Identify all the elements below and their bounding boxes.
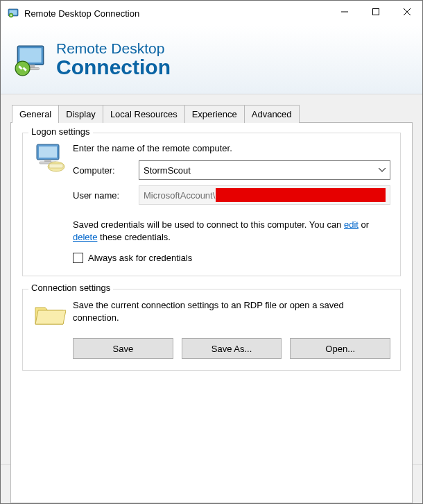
edit-credentials-link[interactable]: edit: [344, 219, 359, 230]
save-as-button[interactable]: Save As...: [182, 338, 282, 359]
username-field[interactable]: MicrosoftAccount\: [139, 185, 390, 205]
logon-group-title: Logon settings: [28, 126, 93, 137]
minimize-button[interactable]: [329, 1, 360, 23]
window-title: Remote Desktop Connection: [24, 8, 139, 19]
username-prefix: MicrosoftAccount\: [144, 190, 215, 201]
delete-credentials-link[interactable]: delete: [73, 232, 97, 242]
banner: Remote Desktop Connection: [1, 26, 422, 94]
rdc-window: Remote Desktop Connection: [0, 0, 423, 504]
svg-rect-17: [49, 164, 63, 168]
logon-instruction: Enter the name of the remote computer.: [73, 143, 390, 153]
connection-group-title: Connection settings: [28, 283, 113, 293]
connection-body: Save the current connection settings to …: [73, 299, 390, 324]
connection-buttons: Save Save As... Open...: [73, 338, 390, 359]
logon-settings-group: Logon settings Enter the name: [22, 133, 401, 276]
folder-icon: [33, 299, 69, 330]
maximize-button[interactable]: [360, 1, 391, 23]
connection-desc: Save the current connection settings to …: [73, 299, 390, 324]
window-controls: [329, 1, 422, 23]
titlebar: Remote Desktop Connection: [1, 1, 422, 26]
always-ask-row[interactable]: Always ask for credentials: [73, 253, 390, 263]
computer-input[interactable]: [139, 161, 374, 179]
logon-body: Enter the name of the remote computer. C…: [73, 143, 390, 210]
save-button[interactable]: Save: [73, 338, 173, 359]
tab-advanced[interactable]: Advanced: [244, 105, 300, 123]
rdc-banner-icon: [13, 43, 46, 76]
svg-rect-8: [19, 48, 41, 62]
chevron-down-icon[interactable]: [374, 161, 390, 179]
always-ask-label: Always ask for credentials: [88, 253, 192, 263]
client-area: General Display Local Resources Experien…: [1, 94, 422, 503]
tab-page-general: Logon settings Enter the name: [10, 122, 413, 503]
svg-rect-14: [44, 160, 51, 162]
tabstrip: General Display Local Resources Experien…: [12, 104, 413, 122]
tab-display[interactable]: Display: [58, 105, 103, 123]
computer-row: Computer:: [73, 160, 390, 180]
tab-general[interactable]: General: [12, 105, 59, 123]
rdc-app-icon: [8, 8, 19, 19]
computer-icon: [33, 143, 69, 174]
logon-row: Enter the name of the remote computer. C…: [33, 143, 390, 210]
tab-local-resources[interactable]: Local Resources: [103, 105, 185, 123]
svg-rect-4: [372, 9, 379, 15]
banner-title-line2: Connection: [56, 56, 171, 78]
svg-point-11: [15, 61, 30, 76]
saved-credentials-text: Saved credentials will be used to connec…: [73, 219, 390, 243]
open-button[interactable]: Open...: [290, 338, 390, 359]
username-redacted: [216, 188, 386, 202]
computer-label: Computer:: [73, 165, 139, 176]
always-ask-checkbox[interactable]: [73, 253, 83, 263]
close-button[interactable]: [391, 1, 422, 23]
svg-rect-13: [39, 146, 57, 158]
username-row: User name: MicrosoftAccount\: [73, 185, 390, 205]
username-label: User name:: [73, 190, 139, 201]
banner-title-line1: Remote Desktop: [56, 41, 171, 56]
tab-experience[interactable]: Experience: [184, 105, 245, 123]
banner-text: Remote Desktop Connection: [56, 41, 171, 78]
connection-settings-group: Connection settings Save the current con…: [22, 289, 401, 371]
connection-row: Save the current connection settings to …: [33, 299, 390, 330]
computer-combobox[interactable]: [139, 160, 390, 180]
